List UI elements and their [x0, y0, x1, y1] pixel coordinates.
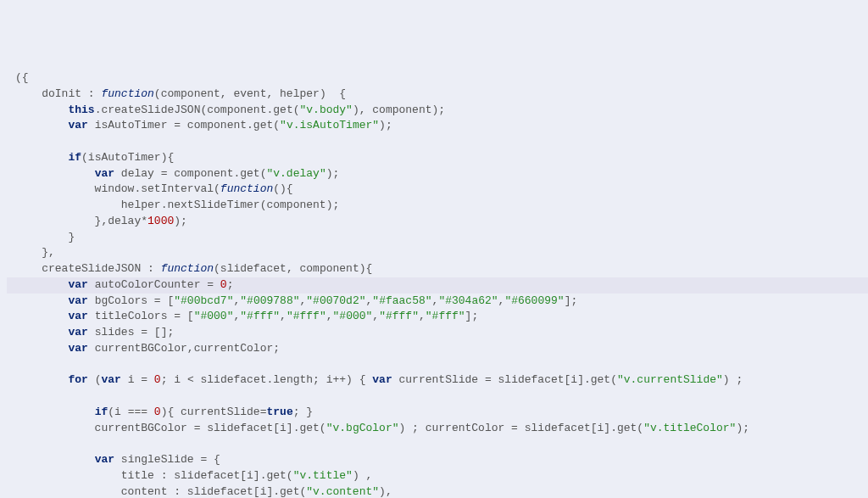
code-line: [7, 134, 868, 150]
code-line: this.createSlideJSON(component.get("v.bo…: [7, 103, 868, 119]
code-line: var currentBGColor,currentColor;: [7, 341, 868, 357]
code-line: helper.nextSlideTimer(component);: [7, 198, 868, 214]
code-line: window.setInterval(function(){: [7, 182, 868, 198]
code-line: var singleSlide = {: [7, 452, 868, 468]
code-line: [7, 357, 868, 373]
code-line: },delay*1000);: [7, 214, 868, 230]
code-line: content : slidefacet[i].get("v.content")…: [7, 484, 868, 499]
code-line: if(isAutoTimer){: [7, 150, 868, 166]
code-line: title : slidefacet[i].get("v.title") ,: [7, 468, 868, 484]
code-line: ({: [7, 70, 868, 87]
code-line: [7, 436, 868, 452]
code-line: doInit : function(component, event, help…: [7, 87, 868, 103]
code-line: var bgColors = ["#00bcd7","#009788","#00…: [7, 294, 868, 310]
code-line: for (var i = 0; i < slidefacet.length; i…: [7, 372, 868, 389]
code-line: createSlideJSON : function(slidefacet, c…: [7, 261, 868, 277]
code-line: },: [7, 245, 868, 261]
code-line: var slides = [];: [7, 325, 868, 341]
code-line: var delay = component.get("v.delay");: [7, 166, 868, 182]
code-line-highlighted: var autoColorCounter = 0;: [7, 277, 868, 294]
code-line: var titleColors = ["#000","#fff","#fff",…: [7, 309, 868, 325]
code-line: currentBGColor = slidefacet[i].get("v.bg…: [7, 421, 868, 437]
code-line: var isAutoTimer = component.get("v.isAut…: [7, 118, 868, 134]
code-line: if(i === 0){ currentSlide=true; }: [7, 405, 868, 421]
code-line: }: [7, 230, 868, 246]
code-editor[interactable]: ({ doInit : function(component, event, h…: [0, 64, 868, 498]
code-line: [7, 389, 868, 405]
